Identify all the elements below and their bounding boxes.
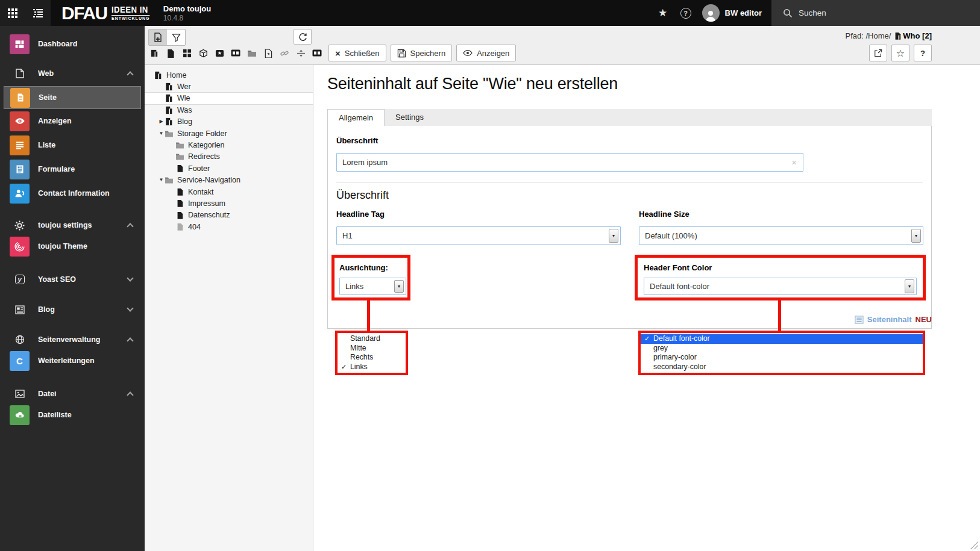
view-button[interactable]: Anzeigen bbox=[456, 45, 516, 61]
sidebar-item-toujou-theme[interactable]: toujou Theme bbox=[0, 234, 145, 258]
topbar-toggle-group bbox=[0, 0, 51, 26]
dfau-logo[interactable]: DFAU IDEEN IN ENTWICKLUNG bbox=[61, 4, 155, 22]
page-icon bbox=[175, 164, 184, 173]
site-version: 10.4.8 bbox=[163, 14, 211, 22]
tab-settings[interactable]: Settings bbox=[385, 109, 435, 126]
page-icon bbox=[175, 187, 184, 196]
tree-item-storage-folder[interactable]: ▼ Storage Folder bbox=[145, 128, 313, 139]
check-icon: ✓ bbox=[341, 363, 347, 372]
tree-item-404[interactable]: 404 bbox=[145, 221, 313, 232]
sidebar-item-label: Weiterleitungen bbox=[38, 356, 95, 365]
page-tree: Home Wer Wie Was ▶ Blog ▼ Storage Folder… bbox=[145, 65, 313, 551]
sidebar-section-toujou-settings[interactable]: toujou settings bbox=[0, 216, 145, 234]
collapse-triangle-icon[interactable]: ▶ bbox=[158, 119, 165, 124]
sidebar-item-liste[interactable]: Liste bbox=[0, 133, 145, 157]
dropdown-option[interactable]: secondary-color bbox=[641, 363, 923, 372]
search-input[interactable] bbox=[799, 8, 943, 17]
sidebar-item-dateiliste[interactable]: Dateiliste bbox=[0, 403, 145, 427]
folder-drag-icon[interactable] bbox=[247, 48, 257, 58]
close-icon: × bbox=[335, 49, 341, 58]
tree-item-redirects[interactable]: Redirects bbox=[145, 151, 313, 163]
alignment-select[interactable]: Links ▾ bbox=[339, 278, 406, 295]
sidebar-section-label: toujou settings bbox=[38, 221, 92, 229]
expand-triangle-icon[interactable]: ▼ bbox=[158, 131, 165, 136]
dropdown-option-selected[interactable]: ✓Default font-color bbox=[641, 334, 923, 344]
tree-item-blog[interactable]: ▶ Blog bbox=[145, 116, 313, 128]
tab-allgemein[interactable]: Allgemein bbox=[327, 109, 385, 126]
page-home-icon bbox=[165, 105, 174, 114]
shortcut-drag-icon[interactable] bbox=[182, 48, 192, 58]
sidebar-item-dashboard[interactable]: Dashboard bbox=[0, 32, 145, 56]
tree-item-wie[interactable]: Wie bbox=[145, 93, 313, 104]
sidebar-item-contact-information[interactable]: Contact Information bbox=[0, 181, 145, 205]
user-menu[interactable]: BW editor bbox=[697, 0, 771, 26]
tree-item-footer[interactable]: Footer bbox=[145, 163, 313, 174]
dropdown-option-selected[interactable]: ✓Links bbox=[338, 363, 406, 372]
bookmarks-button[interactable]: ★ bbox=[652, 0, 674, 26]
folder-icon bbox=[165, 176, 174, 185]
dropdown-option[interactable]: Standard bbox=[338, 334, 406, 344]
bookmark-button[interactable]: ☆ bbox=[891, 45, 909, 61]
pagetree-toggle-button[interactable] bbox=[25, 0, 51, 26]
font-color-dropdown-menu: ✓Default font-color grey primary-color s… bbox=[638, 331, 925, 375]
sidebar-item-weiterleitungen[interactable]: C Weiterleitungen bbox=[0, 349, 145, 373]
tree-item-kontakt[interactable]: Kontakt bbox=[145, 186, 313, 198]
tree-item-impressum[interactable]: Impressum bbox=[145, 198, 313, 209]
tree-item-datenschutz[interactable]: Datenschutz bbox=[145, 210, 313, 221]
tree-item-home[interactable]: Home bbox=[145, 69, 313, 81]
sidebar-section-datei[interactable]: Datei bbox=[0, 385, 145, 403]
divider-drag-icon[interactable] bbox=[296, 48, 306, 58]
chevron-up-icon bbox=[127, 391, 133, 398]
tree-item-was[interactable]: Was bbox=[145, 104, 313, 116]
box-drag-icon[interactable] bbox=[198, 48, 208, 58]
tree-item-kategorien[interactable]: Kategorien bbox=[145, 139, 313, 151]
sidebar-section-blog[interactable]: Blog bbox=[0, 300, 145, 319]
clear-icon[interactable]: × bbox=[785, 157, 803, 167]
sidebar-section-yoast-seo[interactable]: y Yoast SEO bbox=[0, 270, 145, 288]
headline-size-select[interactable]: Default (100%) ▾ bbox=[639, 226, 923, 245]
help-button[interactable]: ? bbox=[914, 45, 932, 61]
header-input[interactable] bbox=[337, 158, 785, 167]
link-drag-icon[interactable] bbox=[280, 48, 289, 58]
sidebar-section-seitenverwaltung[interactable]: Seitenverwaltung bbox=[0, 331, 145, 349]
dropdown-option[interactable]: Rechts bbox=[338, 353, 406, 363]
sidebar-item-seite[interactable]: Seite bbox=[4, 86, 141, 109]
sidebar-section-label: Datei bbox=[38, 390, 57, 398]
site-info: Demo toujou 10.4.8 bbox=[163, 4, 211, 22]
dropdown-option[interactable]: primary-color bbox=[641, 353, 923, 363]
module-menu-toggle-button[interactable] bbox=[0, 0, 25, 26]
font-color-select[interactable]: Default font-color ▾ bbox=[644, 278, 917, 295]
page-shortcut-drag-icon[interactable] bbox=[263, 48, 273, 58]
new-content-link[interactable]: Seiteninhalt NEU bbox=[313, 315, 932, 324]
search-bar[interactable] bbox=[771, 0, 980, 26]
page-drag-icon[interactable] bbox=[166, 48, 175, 58]
tree-item-wer[interactable]: Wer bbox=[145, 81, 313, 92]
sidebar-item-anzeigen[interactable]: Anzeigen bbox=[0, 109, 145, 133]
dropdown-arrow-icon: ▾ bbox=[911, 229, 921, 243]
top-bar: DFAU IDEEN IN ENTWICKLUNG Demo toujou 10… bbox=[0, 0, 980, 26]
headline-tag-select[interactable]: H1 ▾ bbox=[336, 226, 621, 245]
plugin2-drag-icon[interactable] bbox=[312, 48, 322, 58]
web-page-icon bbox=[10, 69, 30, 78]
plugin-drag-icon[interactable] bbox=[231, 48, 240, 58]
alignment-label: Ausrichtung: bbox=[339, 263, 388, 272]
tree-item-service-navigation[interactable]: ▼ Service-Navigation bbox=[145, 175, 313, 186]
dropdown-option[interactable]: grey bbox=[641, 344, 923, 353]
sidebar-section-web[interactable]: Web bbox=[0, 64, 145, 82]
annotation-connector-right bbox=[778, 300, 781, 333]
save-icon bbox=[397, 49, 406, 58]
save-button[interactable]: Speichern bbox=[391, 45, 453, 61]
page-home-drag-icon[interactable] bbox=[149, 48, 159, 58]
help-menu-button[interactable]: ? bbox=[674, 0, 697, 26]
close-button[interactable]: × Schließen bbox=[328, 45, 386, 61]
module-menu: Dashboard Web Seite Anzeigen Liste Formu… bbox=[0, 26, 145, 551]
sidebar-item-label: Contact Information bbox=[38, 189, 110, 198]
dropdown-arrow-icon: ▾ bbox=[609, 229, 618, 243]
dropdown-option[interactable]: Mitte bbox=[338, 344, 406, 353]
sidebar-item-formulare[interactable]: Formulare bbox=[0, 157, 145, 181]
expand-triangle-icon[interactable]: ▼ bbox=[158, 178, 165, 182]
badge-drag-icon[interactable] bbox=[215, 48, 224, 58]
sidebar-section-label: Blog bbox=[38, 305, 55, 314]
open-in-new-window-button[interactable] bbox=[869, 45, 887, 61]
sidebar-section-label: Seitenverwaltung bbox=[38, 335, 101, 344]
